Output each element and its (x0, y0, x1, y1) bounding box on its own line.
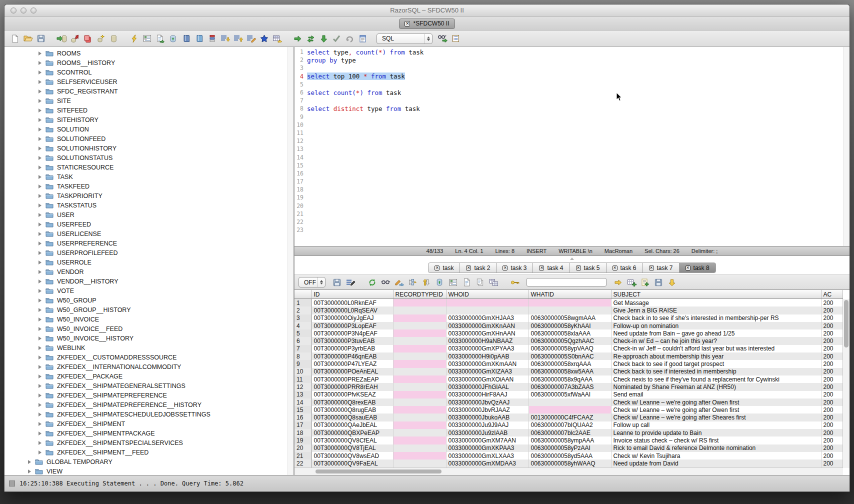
expand-arrow-icon[interactable] (38, 222, 42, 226)
edit-lines-icon[interactable] (245, 32, 257, 44)
horizontal-scroll-thumb[interactable] (316, 470, 442, 474)
note-add-icon[interactable] (639, 276, 651, 288)
new-file-icon[interactable] (9, 32, 21, 44)
table-cell[interactable]: Send email (611, 391, 821, 398)
table-cell[interactable]: 0033000000GmXHnAAN (446, 330, 528, 337)
table-cell[interactable]: 200 (821, 444, 843, 452)
table-cell[interactable]: 006300000058xrqAAA (528, 360, 611, 368)
row-number-cell[interactable]: 18 (294, 429, 312, 436)
close-tab-icon[interactable]: ✕ (539, 266, 544, 270)
editor-line[interactable]: 18 (294, 186, 850, 194)
table-cell[interactable]: 00T3000000P3tuvEAB (312, 337, 393, 344)
table-cell[interactable]: Give Jenn a BIG RAISE (611, 306, 821, 314)
table-cell[interactable]: Check w/ Leanne – we're going after Owen… (611, 406, 821, 414)
table-cell[interactable]: 200 (821, 352, 843, 360)
column-header-ac[interactable]: AC (821, 290, 843, 299)
table-cell[interactable] (393, 398, 446, 406)
vertical-scroll-thumb[interactable] (844, 300, 848, 348)
expand-arrow-icon[interactable] (28, 470, 31, 474)
table-cell[interactable]: 00630000007A3bZAAS (528, 383, 611, 390)
expand-arrow-icon[interactable] (38, 251, 42, 255)
editor-line[interactable]: 22 (294, 218, 850, 226)
table-cell[interactable]: 200 (821, 345, 843, 352)
row-number-cell[interactable]: 3 (294, 314, 312, 322)
table-cell[interactable]: 200 (821, 406, 843, 414)
table-cell[interactable] (393, 444, 446, 452)
editor-line[interactable]: 12 (294, 137, 850, 145)
table-cell[interactable]: 200 (821, 306, 843, 314)
tree-item[interactable]: VENDOR__HISTORY (4, 276, 294, 286)
table-cell[interactable]: 00630000007blc2AAE (528, 429, 611, 436)
table-cell[interactable] (446, 306, 528, 314)
favorite-star-icon[interactable] (258, 32, 270, 44)
edit-cell-icon[interactable] (393, 276, 405, 288)
table-row[interactable]: 2200T3000000QV9FaEAL0033000000GmXMDAA300… (294, 460, 843, 467)
table-cell[interactable]: Leanne to provide update to Bain (611, 429, 821, 436)
expand-arrow-icon[interactable] (28, 460, 31, 464)
tab-task-7[interactable]: ✕task 7 (642, 262, 680, 273)
tree-item[interactable]: SITEHISTORY (4, 115, 294, 124)
table-cell[interactable]: 200 (821, 322, 843, 330)
tree-item[interactable]: STATICRESOURCE (4, 162, 294, 172)
tab-task-3[interactable]: ✕task 3 (496, 262, 533, 273)
expand-arrow-icon[interactable] (38, 213, 42, 217)
expand-arrow-icon[interactable] (38, 298, 42, 302)
expand-arrow-icon[interactable] (38, 289, 42, 293)
table-cell[interactable]: 00T3000000Q8sauEAB (312, 414, 393, 421)
tab-task-5[interactable]: ✕task 5 (570, 262, 606, 273)
row-number-cell[interactable]: 17 (294, 422, 312, 429)
close-document-icon[interactable]: ✕ (404, 21, 410, 26)
table-row[interactable]: 1400T3000000Q8rexEAB0033000000JbvQzAAJCh… (294, 398, 843, 406)
table-row[interactable]: 1900T3000000QV8CfEAL0033000000GmXM7AAN00… (294, 436, 843, 444)
copy-red-icon[interactable] (82, 32, 94, 44)
row-number-cell[interactable]: 20 (294, 444, 312, 452)
disconnect-db-icon[interactable] (68, 32, 80, 44)
tree-item[interactable]: SITEFEED (4, 106, 294, 115)
tree-item[interactable]: USERPROFILEFEED (4, 248, 294, 258)
table-cell[interactable]: 0033000000Ju9J9AAJ (446, 422, 528, 429)
tree-item[interactable]: ZKFEDEX__SHIPMATEPREFERENCE (4, 390, 294, 400)
column-header-whatid[interactable]: WHATID (528, 290, 611, 299)
row-number-cell[interactable]: 13 (294, 391, 312, 398)
table-go-icon[interactable] (271, 32, 283, 44)
editor-line[interactable]: 17 (294, 178, 850, 186)
arrows-swap-icon[interactable] (304, 32, 316, 44)
check-icon[interactable] (330, 32, 342, 44)
table-row[interactable]: 400T3000000P3LopEAF0033000000GmXKnAAN006… (294, 322, 843, 330)
form-icon[interactable] (141, 32, 153, 44)
table-cell[interactable] (393, 406, 446, 414)
table-cell[interactable]: 200 (821, 398, 843, 406)
table-cell[interactable]: Rick to email David & reference Delmonte… (611, 444, 821, 452)
table-cell[interactable]: Check w/ Leanne – we're going after Shea… (611, 414, 821, 421)
table-row[interactable]: 1500T3000000Q8rugEAB0033000000JbvRJAAZCh… (294, 406, 843, 414)
table-row[interactable]: 300T3000000OiyJgEAJ0033000000GmXHJAA3006… (294, 314, 843, 322)
tree-item[interactable]: USERLICENSE (4, 229, 294, 238)
table-cell[interactable]: 00T3000000QAeJbEAL (312, 422, 393, 429)
table-cell[interactable]: 00T3000000Q8rexEAB (312, 398, 393, 406)
table-cell[interactable]: 0033000000Ju9zlAAB (446, 429, 528, 436)
table-cell[interactable] (393, 376, 446, 383)
tree-item[interactable]: W50_INVOICE__HISTORY (4, 334, 294, 343)
expand-arrow-icon[interactable] (38, 90, 42, 94)
column-header-whoid[interactable]: WHOID (446, 290, 528, 299)
table-cell[interactable]: 006300000058wgmAAA (528, 314, 611, 322)
row-number-cell[interactable]: 1 (294, 299, 312, 307)
table-cell[interactable]: Check nexis to see if they've found a re… (611, 376, 821, 383)
editor-line[interactable]: 13 (294, 145, 850, 153)
table-cell[interactable] (393, 391, 446, 398)
tree-item[interactable]: SOLUTIONFEED (4, 134, 294, 144)
table-cell[interactable]: 200 (821, 460, 843, 467)
editor-line[interactable]: 7 (294, 96, 850, 104)
tree-item[interactable]: ROOMS__HISTORY (4, 58, 294, 68)
table-cell[interactable]: 0033000000JbvQzAAJ (446, 398, 528, 406)
form-icon[interactable] (447, 276, 459, 288)
table-cell[interactable]: 00630000007bIQUAA2 (528, 422, 611, 429)
results-horizontal-scrollbar[interactable] (294, 468, 843, 475)
editor-line[interactable]: 20 (294, 202, 850, 210)
table-cell[interactable]: 0033000000GmXPYAA3 (446, 345, 528, 352)
results-splitter[interactable] (294, 256, 850, 261)
table-cell[interactable] (393, 314, 446, 322)
open-folder-icon[interactable] (22, 32, 34, 44)
expand-arrow-icon[interactable] (38, 146, 42, 150)
table-cell[interactable]: Re-approach about membership this year (611, 352, 821, 360)
